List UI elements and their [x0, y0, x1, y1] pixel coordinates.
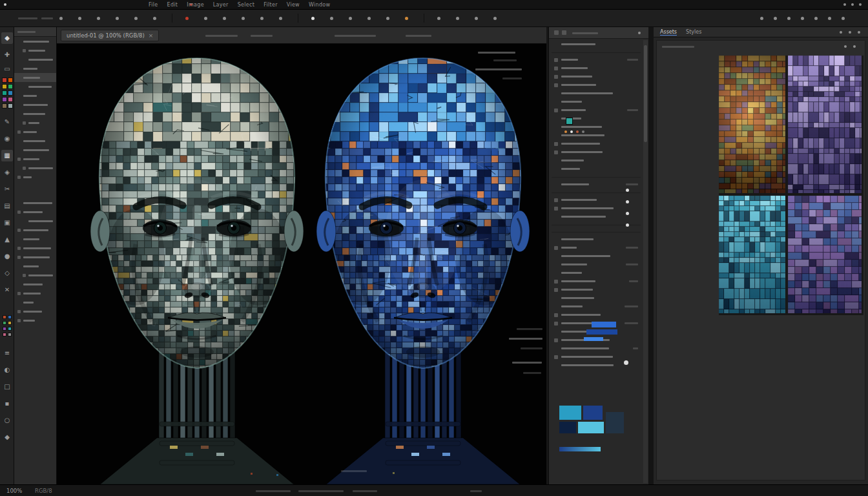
toolbar-icon[interactable]	[801, 17, 804, 20]
list-item[interactable]	[14, 289, 56, 298]
list-item[interactable]	[14, 37, 56, 46]
property-row[interactable]	[549, 123, 643, 131]
list-item[interactable]	[14, 207, 56, 216]
property-row[interactable]	[549, 180, 643, 189]
color-swatch[interactable]	[8, 78, 13, 83]
property-row[interactable]	[549, 285, 643, 294]
tool-icon[interactable]: ◆	[1, 431, 13, 443]
property-row[interactable]	[549, 311, 643, 319]
panel-tab-icon[interactable]	[562, 30, 566, 35]
property-row[interactable]	[549, 235, 643, 243]
property-row[interactable]	[549, 56, 643, 64]
tool-icon[interactable]: ●	[1, 251, 13, 262]
list-item[interactable]	[14, 136, 56, 145]
toolbar-icon[interactable]	[349, 17, 352, 20]
list-item[interactable]	[14, 154, 56, 163]
color-swatch[interactable]	[8, 84, 13, 89]
color-swatch-mini[interactable]	[3, 333, 6, 336]
toolbar-icon[interactable]	[367, 17, 371, 20]
property-row[interactable]	[549, 277, 643, 285]
toolbar-icon[interactable]	[260, 17, 264, 20]
menu-item-layer[interactable]: Layer	[213, 2, 229, 8]
menu-item-select[interactable]: Select	[238, 2, 254, 8]
canvas[interactable]	[57, 44, 546, 484]
list-item[interactable]	[14, 225, 56, 234]
property-row[interactable]	[549, 353, 643, 361]
tool-icon[interactable]: ▤	[1, 200, 13, 212]
list-item[interactable]	[14, 46, 56, 55]
asset-thumbnail-1[interactable]	[719, 56, 785, 193]
toolbar-icon[interactable]	[405, 17, 408, 20]
property-row[interactable]	[549, 252, 643, 260]
tab-assets[interactable]: Assets	[660, 29, 677, 36]
color-swatch-mini[interactable]	[3, 321, 6, 325]
toolbar-icon[interactable]	[774, 17, 777, 20]
slider-handle[interactable]	[626, 189, 629, 192]
tool-icon[interactable]: ◈	[1, 167, 13, 178]
color-swatch-mini[interactable]	[3, 327, 6, 331]
property-row[interactable]	[549, 260, 643, 269]
tool-icon[interactable]: ◇	[1, 267, 13, 279]
color-swatch[interactable]	[2, 84, 7, 89]
list-item[interactable]	[14, 64, 56, 73]
asset-thumbnail-2[interactable]	[788, 56, 862, 193]
list-item[interactable]	[14, 298, 56, 307]
asset-thumbnail-3[interactable]	[719, 196, 785, 313]
layer-thumbnail[interactable]	[559, 406, 581, 420]
toolbar-icon[interactable]	[475, 17, 478, 20]
toolbar-icon[interactable]	[97, 17, 100, 20]
property-row[interactable]	[549, 81, 643, 89]
slider-handle[interactable]	[624, 360, 628, 365]
toolbar-icon[interactable]	[437, 17, 440, 20]
tool-icon[interactable]: ✂	[1, 183, 13, 195]
toolbar-icon[interactable]	[223, 17, 226, 20]
menu-item-window[interactable]: Window	[309, 2, 330, 8]
tool-icon[interactable]: ▣	[1, 217, 13, 229]
list-item[interactable]	[14, 271, 56, 280]
list-item[interactable]	[14, 55, 56, 64]
property-row[interactable]	[549, 131, 643, 140]
panel-tab-icon[interactable]	[554, 30, 559, 35]
property-row[interactable]	[549, 64, 643, 72]
property-row[interactable]	[549, 40, 643, 48]
property-row[interactable]	[549, 344, 643, 353]
property-row[interactable]	[549, 106, 643, 114]
tool-icon[interactable]: ▭	[1, 63, 13, 75]
tool-icon[interactable]: ≡	[1, 347, 13, 359]
document-tab[interactable]: untitled-01 @ 100% (RGB/8) ×	[61, 30, 159, 41]
property-row[interactable]	[549, 114, 643, 123]
toolbar-icon[interactable]	[279, 17, 282, 20]
property-row[interactable]	[549, 243, 643, 252]
color-swatch[interactable]	[8, 90, 13, 96]
window-control-icon[interactable]	[843, 3, 846, 6]
property-row[interactable]	[549, 89, 643, 98]
toolbar-icon[interactable]	[153, 17, 156, 20]
list-item[interactable]	[14, 127, 56, 136]
list-item[interactable]	[14, 307, 56, 316]
menu-item-file[interactable]: File	[149, 2, 158, 8]
color-swatch-mini[interactable]	[8, 315, 12, 319]
list-item[interactable]	[14, 109, 56, 118]
color-swatch-mini[interactable]	[8, 321, 12, 325]
property-row[interactable]	[549, 269, 643, 277]
toolbar-icon[interactable]	[330, 17, 333, 20]
list-item[interactable]	[14, 91, 56, 100]
zoom-level[interactable]: 100%	[6, 488, 22, 494]
list-item[interactable]	[14, 163, 56, 172]
tool-icon[interactable]: ▲	[1, 234, 13, 245]
tool-icon[interactable]: □	[1, 381, 13, 393]
color-swatch-mini[interactable]	[8, 333, 12, 336]
toolbar-icon[interactable]	[59, 17, 63, 20]
tool-icon[interactable]: ◉	[1, 133, 13, 145]
close-tab-icon[interactable]: ×	[149, 32, 154, 39]
color-swatch[interactable]	[2, 90, 7, 96]
tool-icon[interactable]: ▦	[1, 150, 13, 161]
menu-item-filter[interactable]: Filter	[264, 2, 278, 8]
asset-thumbnail-4[interactable]	[788, 196, 862, 313]
menu-item-view[interactable]: View	[287, 2, 300, 8]
menu-item-edit[interactable]: Edit	[167, 2, 178, 8]
layer-thumbnail[interactable]	[583, 406, 603, 420]
tool-icon[interactable]: ◐	[1, 364, 13, 376]
list-item[interactable]	[14, 280, 56, 289]
list-item[interactable]	[14, 234, 56, 243]
